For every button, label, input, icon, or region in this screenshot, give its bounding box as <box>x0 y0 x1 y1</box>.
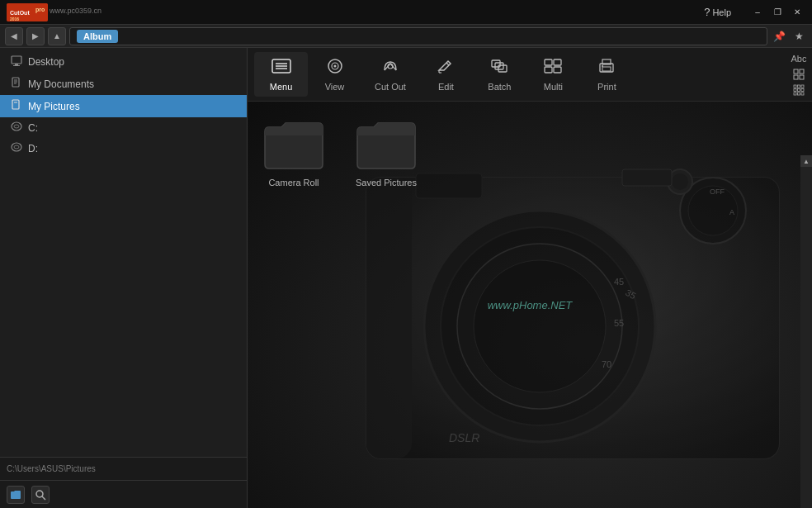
documents-icon <box>10 77 23 91</box>
svg-rect-34 <box>554 59 561 65</box>
svg-point-40 <box>602 65 603 67</box>
folder-button[interactable] <box>7 486 25 504</box>
up-button[interactable]: ▲ <box>48 27 66 45</box>
file-tree: Desktop My Documents My Pictures C: <box>0 48 247 457</box>
multi-label: Multi <box>544 82 563 92</box>
folder-camera-roll[interactable]: Camera Roll <box>256 110 332 192</box>
back-button[interactable]: ◀ <box>5 27 23 45</box>
star-button[interactable]: ★ <box>791 28 807 45</box>
svg-rect-49 <box>798 89 800 92</box>
svg-rect-36 <box>554 67 561 73</box>
cutout-label: Cut Out <box>375 82 406 92</box>
svg-line-18 <box>42 496 45 500</box>
help-button[interactable]: ? Help <box>704 6 731 18</box>
sidebar-item-d-drive[interactable]: D: <box>0 138 247 159</box>
svg-point-15 <box>12 143 21 151</box>
svg-rect-47 <box>801 85 804 88</box>
main-layout: Desktop My Documents My Pictures C: <box>0 48 812 508</box>
sidebar-item-desktop[interactable]: Desktop <box>0 51 247 73</box>
camera-roll-folder-icon <box>261 115 327 173</box>
view-label: View <box>325 82 345 92</box>
svg-rect-33 <box>545 59 552 65</box>
sidebar-item-c-drive[interactable]: C: <box>0 117 247 138</box>
print-icon <box>596 57 617 78</box>
restore-button[interactable]: ❐ <box>769 6 786 19</box>
svg-rect-46 <box>798 85 800 88</box>
album-path-item[interactable]: Album <box>77 30 118 43</box>
menu-label: Menu <box>270 82 293 92</box>
svg-point-69 <box>672 173 688 190</box>
svg-rect-41 <box>794 69 798 74</box>
pin-button[interactable]: 📌 <box>771 28 787 45</box>
grid9-view-button[interactable] <box>789 83 809 97</box>
abc-view-button[interactable]: Abc <box>789 51 809 65</box>
menu-icon <box>271 57 292 78</box>
svg-point-17 <box>36 491 43 497</box>
current-path: C:\Users\ASUS\Pictures <box>7 464 96 473</box>
edit-label: Edit <box>438 82 454 92</box>
camera-roll-label: Camera Roll <box>268 178 319 188</box>
edit-icon <box>435 57 456 78</box>
grid4-view-button[interactable] <box>789 67 809 81</box>
path-bar: Album <box>69 27 767 45</box>
sidebar-item-pictures[interactable]: My Pictures <box>0 95 247 117</box>
right-icons: Abc <box>786 48 812 101</box>
search-button[interactable] <box>31 486 50 504</box>
svg-rect-35 <box>545 67 552 73</box>
svg-point-13 <box>12 122 21 131</box>
svg-rect-45 <box>794 85 796 88</box>
sidebar-item-documents[interactable]: My Documents <box>0 73 247 95</box>
multi-icon <box>542 57 564 78</box>
pictures-label: My Pictures <box>28 101 80 112</box>
svg-rect-50 <box>801 89 804 92</box>
svg-rect-6 <box>13 65 20 66</box>
svg-rect-44 <box>800 75 804 79</box>
svg-point-25 <box>333 65 336 68</box>
nav-right-icons: 📌 ★ <box>771 28 807 45</box>
saved-pictures-folder-icon <box>353 115 419 173</box>
folder-saved-pictures[interactable]: Saved Pictures <box>348 110 424 192</box>
c-drive-icon <box>10 121 23 134</box>
toolbar-view[interactable]: View <box>308 52 361 97</box>
documents-label: My Documents <box>28 78 94 90</box>
svg-text:2016: 2016 <box>10 17 19 21</box>
top-toolbar: Menu View <box>248 48 812 102</box>
svg-rect-11 <box>12 100 19 109</box>
svg-rect-4 <box>12 56 21 64</box>
title-logo-area: CutOut 2016 pro www.pc0359.cn <box>7 3 48 21</box>
toolbar-batch[interactable]: Batch <box>473 52 526 97</box>
title-bar: CutOut 2016 pro www.pc0359.cn ? Help – ❐… <box>0 0 812 25</box>
svg-rect-42 <box>800 69 804 74</box>
pictures-icon <box>10 99 23 113</box>
toolbar-menu[interactable]: Menu <box>254 52 308 97</box>
svg-point-59 <box>474 260 606 392</box>
svg-rect-70 <box>622 169 672 186</box>
view-icon <box>324 57 346 78</box>
saved-pictures-label: Saved Pictures <box>356 178 417 188</box>
app-logo: CutOut 2016 pro <box>7 3 48 21</box>
navigation-bar: ◀ ▶ ▲ Album 📌 ★ <box>0 25 812 48</box>
close-button[interactable]: ✕ <box>789 6 805 19</box>
svg-rect-52 <box>798 93 800 95</box>
toolbar-edit[interactable]: Edit <box>419 52 473 97</box>
svg-rect-53 <box>801 93 804 95</box>
c-drive-label: C: <box>28 122 38 134</box>
minimize-button[interactable]: – <box>749 6 766 19</box>
toolbar-print[interactable]: Print <box>580 52 634 97</box>
cutout-icon <box>380 57 401 78</box>
svg-point-16 <box>14 145 19 149</box>
site-watermark: www.pc0359.cn <box>50 7 102 15</box>
viewer-area: 35 45 55 70 OFF A <box>248 102 812 508</box>
svg-text:pro: pro <box>35 7 45 13</box>
scroll-up-button[interactable]: ▲ <box>800 155 812 167</box>
svg-rect-39 <box>602 67 611 71</box>
toolbar-multi[interactable]: Multi <box>526 52 580 97</box>
window-controls: – ❐ ✕ <box>749 6 805 19</box>
svg-text:CutOut: CutOut <box>10 10 30 16</box>
toolbar-cutout[interactable]: Cut Out <box>361 52 419 97</box>
sidebar: Desktop My Documents My Pictures C: <box>0 48 248 508</box>
scroll-thumb-area[interactable] <box>800 167 812 508</box>
forward-button[interactable]: ▶ <box>26 27 45 45</box>
svg-text:DSLR: DSLR <box>449 431 479 444</box>
svg-text:A: A <box>729 208 734 216</box>
